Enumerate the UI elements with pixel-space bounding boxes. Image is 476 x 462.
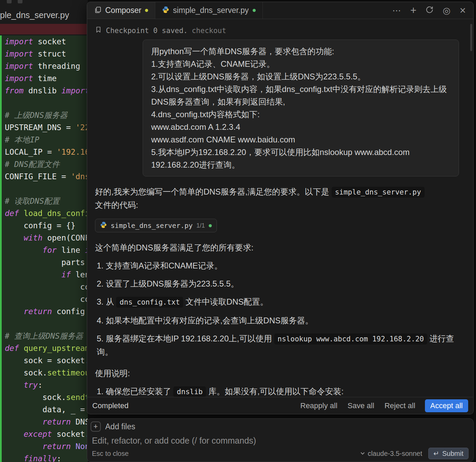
code-line	[2, 318, 88, 330]
code-token: import	[61, 86, 88, 95]
tab-file-label: simple_dns_server.py	[173, 6, 249, 15]
code-line: return None	[2, 440, 88, 452]
code-token: from	[5, 86, 28, 95]
user-message-line: 用python写一个简单DNS服务器，要求包含的功能:	[151, 45, 450, 58]
checkpoint-label: Checkpoint 0 saved.	[106, 27, 188, 35]
accept-all-button[interactable]: Accept all	[425, 399, 468, 412]
code-token: struct	[38, 49, 66, 58]
user-message-line: 3.从dns_config.txt中读取内容，如果dns_config.txt中…	[151, 83, 450, 108]
assistant-list-item: 1. 确保您已经安装了 dnslib 库。如果没有,可以使用以下命令安装:	[95, 385, 465, 397]
add-files-button[interactable]: + Add files	[91, 421, 135, 432]
code-token: dnslib	[28, 86, 61, 95]
editor-tab-icon	[18, 0, 22, 3]
composer-content: Checkpoint 0 saved. checkout 用python写一个简…	[87, 19, 473, 397]
text-segment: 1. 确保您已经安装了	[97, 387, 173, 396]
checkpoint-row: Checkpoint 0 saved. checkout	[95, 19, 465, 35]
unsaved-dot	[209, 224, 212, 227]
code-token: socket	[38, 37, 66, 46]
enter-icon: ↵	[433, 449, 439, 458]
status-label: Completed	[92, 401, 128, 410]
code-token: parts =	[5, 258, 88, 267]
diff-removed-bar	[0, 24, 88, 34]
code-line: co	[2, 281, 88, 293]
code-token	[5, 430, 23, 438]
user-message-line: 5.我本地IP为192.168.2.20，要求可以使用比如nslookup ww…	[151, 146, 450, 171]
user-message-line: www.abcd.com A 1.2.3.4	[151, 121, 450, 133]
submit-button[interactable]: ↵ Submit	[428, 448, 469, 459]
assistant-points: 这个简单的DNS服务器满足了您的所有要求:1. 支持查询A记录和CNAME记录。…	[95, 241, 465, 397]
code-token	[5, 454, 23, 462]
header-icon-group: ⋯ + ◎ ×	[392, 2, 473, 19]
code-token: LOCAL_IP =	[5, 148, 57, 156]
code-token: sock.	[5, 368, 47, 377]
code-token	[5, 442, 43, 451]
code-token: sock = socket.	[5, 356, 88, 365]
code-line: sock.settimeout(	[2, 367, 88, 379]
composer-header: Composer simple_dns_server.py ⋯ + ◎ ×	[87, 2, 473, 19]
code-token: '223.5.5.5'	[76, 123, 88, 132]
code-token: DNSR	[76, 417, 88, 426]
close-icon[interactable]: ×	[460, 5, 466, 16]
reload-icon[interactable]	[426, 6, 433, 15]
inline-code: simple_dns_server.py	[332, 187, 425, 198]
user-message-line: 1.支持查询A记录、CNAME记录。	[151, 58, 450, 70]
checkout-link[interactable]: checkout	[192, 27, 226, 35]
code-token: import	[5, 62, 38, 71]
scrollbar-thumb[interactable]	[470, 24, 472, 51]
reject-all-button[interactable]: Reject all	[384, 401, 415, 410]
code-token: except	[23, 430, 57, 438]
code-content: import socketimport structimport threadi…	[0, 35, 88, 462]
code-line: try:	[2, 379, 88, 391]
code-token	[5, 381, 23, 389]
code-line: sock.sendto(	[2, 391, 88, 403]
tab-composer[interactable]: Composer	[87, 2, 155, 19]
code-token: for	[43, 246, 61, 255]
code-line: import struct	[2, 48, 88, 60]
code-line: # 本地IP	[2, 134, 88, 146]
code-editor-pane: ple_dns_server.py import socketimport st…	[0, 0, 88, 462]
prompt-input[interactable]: Edit, refactor, or add code (/ for comma…	[92, 436, 256, 446]
code-token: data, _ = s	[5, 405, 88, 414]
code-line: LOCAL_IP = '192.168.2.20'	[2, 146, 88, 158]
code-line: for line in f:	[2, 244, 88, 256]
inline-code: nslookup www.abcd.com 192.168.2.20	[274, 334, 427, 344]
code-line: import threading	[2, 60, 88, 72]
more-options-icon[interactable]: ⋯	[392, 6, 401, 15]
code-line: parts =	[2, 256, 88, 268]
text-segment: 库。如果没有,可以使用以下命令安装:	[206, 387, 344, 396]
code-token	[5, 246, 43, 255]
model-selector[interactable]: claude-3.5-sonnet	[360, 450, 422, 458]
code-line: config = {}	[2, 219, 88, 232]
code-line: # 读取DNS配置	[2, 195, 88, 207]
reapply-all-button[interactable]: Reapply all	[300, 401, 337, 410]
plus-icon[interactable]: +	[91, 421, 101, 432]
code-token: # 上级DNS服务器	[5, 111, 67, 120]
assistant-list-item: 1. 支持查询A记录和CNAME记录。	[95, 259, 465, 272]
add-files-label: Add files	[105, 422, 135, 431]
code-token: config = {}	[5, 221, 76, 230]
new-composer-icon[interactable]: +	[410, 5, 416, 16]
submit-label: Submit	[442, 450, 463, 458]
code-token	[5, 307, 23, 316]
code-line: return config	[2, 305, 88, 318]
tab-file[interactable]: simple_dns_server.py	[155, 2, 263, 19]
code-token: co	[5, 295, 88, 304]
save-all-button[interactable]: Save all	[348, 401, 374, 410]
code-line: import socket	[2, 35, 88, 48]
code-token: UPSTREAM_DNS =	[5, 123, 76, 132]
code-token: # 读取DNS配置	[5, 197, 60, 205]
target-icon[interactable]: ◎	[443, 6, 450, 15]
code-token: line	[61, 246, 85, 255]
code-line: def query_upstream(	[2, 342, 88, 354]
code-token: return	[23, 307, 57, 316]
code-token	[5, 417, 43, 426]
text-segment: 3. 从	[97, 297, 116, 306]
code-line: # 上级DNS服务器	[2, 109, 88, 121]
code-line: with open(CONFIG_FILE)	[2, 232, 88, 244]
file-chip[interactable]: simple_dns_server.py 1/1	[95, 219, 217, 232]
composer-footer: Completed Reapply allSave allReject all …	[87, 397, 473, 414]
code-token: load_dns_config	[23, 209, 88, 218]
code-token: CONFIG_FILE =	[5, 172, 71, 181]
user-message-line: 4.dns_config.txt内容格式如下:	[151, 108, 450, 121]
footer-action-group: Reapply allSave allReject all	[300, 401, 415, 410]
